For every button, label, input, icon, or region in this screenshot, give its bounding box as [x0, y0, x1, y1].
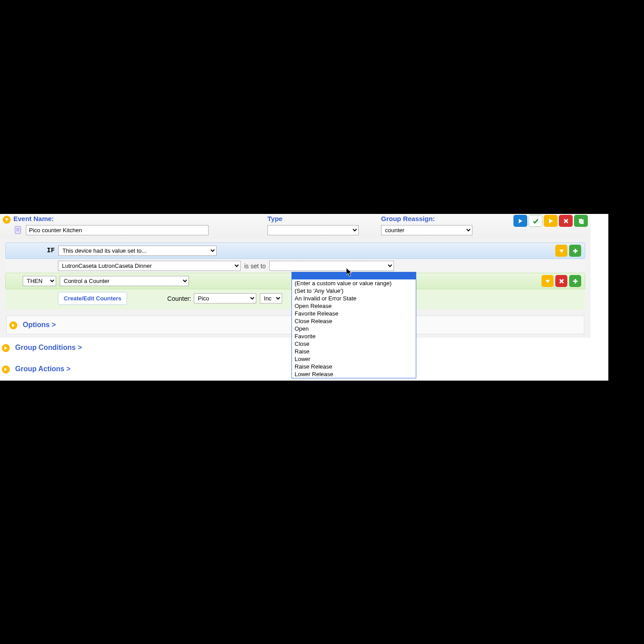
dropdown-option[interactable]: (Set to 'Any Value'): [292, 287, 416, 295]
expand-icon[interactable]: [2, 365, 10, 373]
document-icon: [13, 226, 23, 235]
dropdown-icon[interactable]: [541, 275, 554, 287]
svg-marker-21: [4, 346, 7, 350]
inc-select[interactable]: Inc: [260, 293, 282, 304]
event-name-input[interactable]: [26, 225, 209, 235]
then-select[interactable]: THEN: [23, 276, 56, 286]
dropdown-option[interactable]: Lower: [292, 355, 416, 363]
if-row: IF This device had its value set to...: [5, 242, 585, 259]
svg-marker-14: [346, 268, 352, 276]
condition-type-select[interactable]: This device had its value set to...: [58, 246, 217, 256]
dropdown-option[interactable]: Favorite Release: [292, 310, 416, 317]
dropdown-option[interactable]: Favorite: [292, 332, 416, 340]
value-select[interactable]: [269, 261, 394, 271]
expand-icon[interactable]: [9, 321, 17, 329]
delete-button[interactable]: [559, 215, 573, 227]
svg-marker-6: [549, 219, 553, 223]
if-label: IF: [9, 247, 58, 254]
group-reassign-select[interactable]: counter: [381, 225, 472, 235]
svg-marker-15: [546, 280, 550, 283]
confirm-button[interactable]: [529, 215, 542, 227]
group-reassign-label: Group Reassign:: [381, 215, 510, 222]
dropdown-option[interactable]: [292, 272, 416, 279]
play-button[interactable]: [544, 215, 558, 227]
event-header: Event Name: Type Group Reassign: counter: [0, 214, 591, 239]
event-name-label: Event Name:: [13, 215, 267, 222]
next-button[interactable]: [513, 215, 527, 227]
dropdown-option[interactable]: Open: [292, 325, 416, 332]
options-link[interactable]: Options >: [23, 321, 56, 329]
dropdown-option[interactable]: (Enter a custom value or value range): [292, 279, 416, 287]
svg-marker-0: [5, 218, 8, 221]
svg-marker-20: [12, 324, 15, 327]
remove-icon[interactable]: [555, 275, 567, 287]
dropdown-option[interactable]: Open Release: [292, 302, 416, 310]
svg-marker-11: [559, 250, 564, 253]
dropdown-option[interactable]: Close: [292, 340, 416, 348]
copy-button[interactable]: [574, 215, 588, 227]
svg-rect-1: [15, 226, 21, 233]
create-edit-counters-button[interactable]: Create/Edit Counters: [58, 292, 127, 305]
svg-rect-10: [580, 220, 583, 224]
add-icon[interactable]: [569, 245, 581, 257]
type-label: Type: [267, 215, 381, 222]
dropdown-option[interactable]: An Invalid or Error State: [292, 295, 416, 302]
device-row: LutronCaseta LutronCaseta Dinner is set …: [5, 259, 585, 273]
counter-label: Counter:: [167, 295, 191, 302]
add-icon[interactable]: [569, 275, 581, 287]
type-select[interactable]: [267, 225, 359, 235]
is-set-to-label: is set to: [244, 263, 266, 270]
device-select[interactable]: LutronCaseta LutronCaseta Dinner: [58, 261, 241, 271]
group-actions-link[interactable]: Group Actions >: [15, 365, 70, 373]
dropdown-icon[interactable]: [555, 245, 567, 257]
counter-select[interactable]: Pico: [194, 293, 256, 304]
dropdown-option[interactable]: Raise: [292, 348, 416, 355]
expand-icon[interactable]: [2, 344, 10, 352]
collapse-toggle[interactable]: [3, 216, 11, 224]
svg-marker-22: [4, 368, 7, 371]
action-select[interactable]: Control a Counter: [60, 276, 189, 286]
dropdown-option[interactable]: Lower Release: [292, 370, 416, 378]
dropdown-option[interactable]: Raise Release: [292, 363, 416, 370]
dropdown-option[interactable]: Close Release: [292, 317, 416, 325]
svg-marker-5: [519, 219, 522, 223]
value-dropdown-open[interactable]: (Enter a custom value or value range)(Se…: [291, 272, 416, 378]
cursor-icon: [346, 268, 353, 277]
group-conditions-link[interactable]: Group Conditions >: [15, 344, 82, 352]
